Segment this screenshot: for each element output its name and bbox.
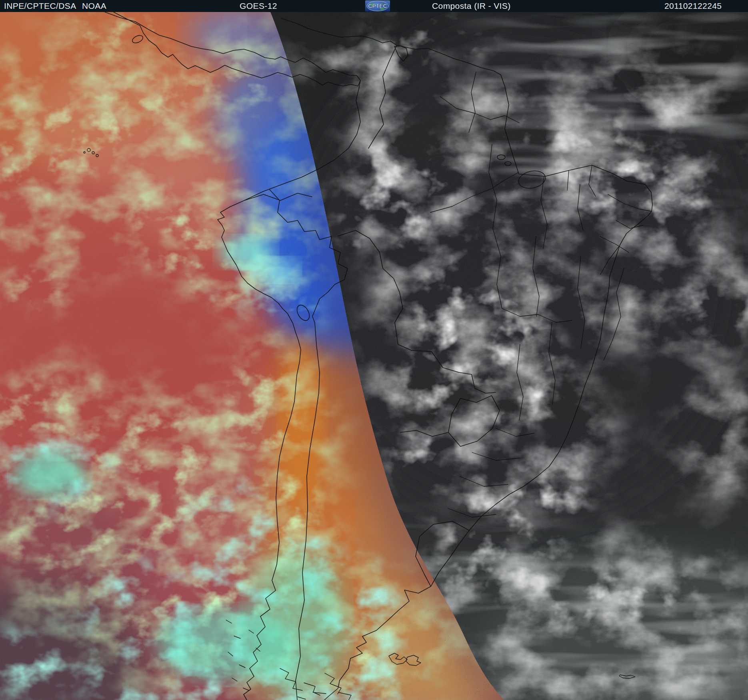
agency-label: NOAA	[82, 1, 106, 11]
source-label: INPE/CPTEC/DSA	[4, 1, 76, 11]
product-label: Composta (IR - VIS)	[432, 1, 511, 11]
header-bar: INPE/CPTEC/DSA NOAA GOES-12 Composta (IR…	[0, 0, 748, 12]
weather-product-window: INPE/CPTEC/DSA NOAA GOES-12 Composta (IR…	[0, 0, 748, 700]
timestamp-label: 201102122245	[664, 1, 722, 11]
satellite-label: GOES-12	[240, 1, 277, 11]
cptec-logo-text: CPTEC	[368, 3, 387, 9]
film-grain	[0, 12, 748, 700]
cptec-logo-icon: CPTEC	[365, 0, 390, 12]
satellite-image	[0, 12, 748, 700]
